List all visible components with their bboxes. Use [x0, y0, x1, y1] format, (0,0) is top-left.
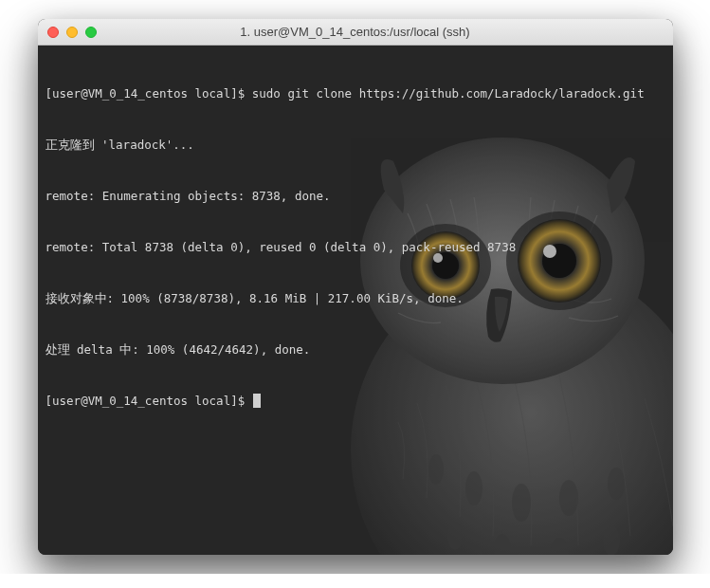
close-icon[interactable]: [47, 27, 59, 38]
output-line: 处理 delta 中: 100% (4642/4642), done.: [46, 341, 665, 358]
maximize-icon[interactable]: [85, 27, 97, 38]
terminal-content[interactable]: [user@VM_0_14_centos local]$ sudo git cl…: [46, 51, 665, 444]
traffic-lights: [47, 27, 97, 38]
terminal-window: 1. user@VM_0_14_centos:/usr/local (ssh): [38, 19, 673, 555]
terminal-body[interactable]: [user@VM_0_14_centos local]$ sudo git cl…: [38, 46, 673, 555]
svg-point-2: [465, 471, 482, 505]
shell-prompt: [user@VM_0_14_centos local]$: [46, 86, 252, 101]
svg-point-8: [550, 538, 569, 555]
shell-prompt: [user@VM_0_14_centos local]$: [46, 394, 252, 408]
output-line: 正克隆到 'laradock'...: [46, 137, 665, 154]
cursor-icon: [253, 394, 261, 408]
svg-point-1: [428, 454, 444, 485]
svg-point-6: [447, 522, 463, 550]
minimize-icon[interactable]: [66, 27, 78, 38]
shell-command: sudo git clone https://github.com/Larado…: [252, 86, 645, 101]
output-line: remote: Total 8738 (delta 0), reused 0 (…: [46, 239, 665, 256]
svg-point-3: [512, 484, 531, 522]
window-title: 1. user@VM_0_14_centos:/usr/local (ssh): [240, 25, 469, 39]
svg-point-4: [559, 480, 578, 516]
svg-point-9: [603, 525, 620, 555]
output-line: 接收对象中: 100% (8738/8738), 8.16 MiB | 217.…: [46, 290, 665, 307]
titlebar[interactable]: 1. user@VM_0_14_centos:/usr/local (ssh): [38, 19, 673, 46]
output-line: remote: Enumerating objects: 8738, done.: [46, 188, 665, 205]
svg-point-7: [494, 534, 511, 555]
svg-point-5: [608, 468, 625, 500]
